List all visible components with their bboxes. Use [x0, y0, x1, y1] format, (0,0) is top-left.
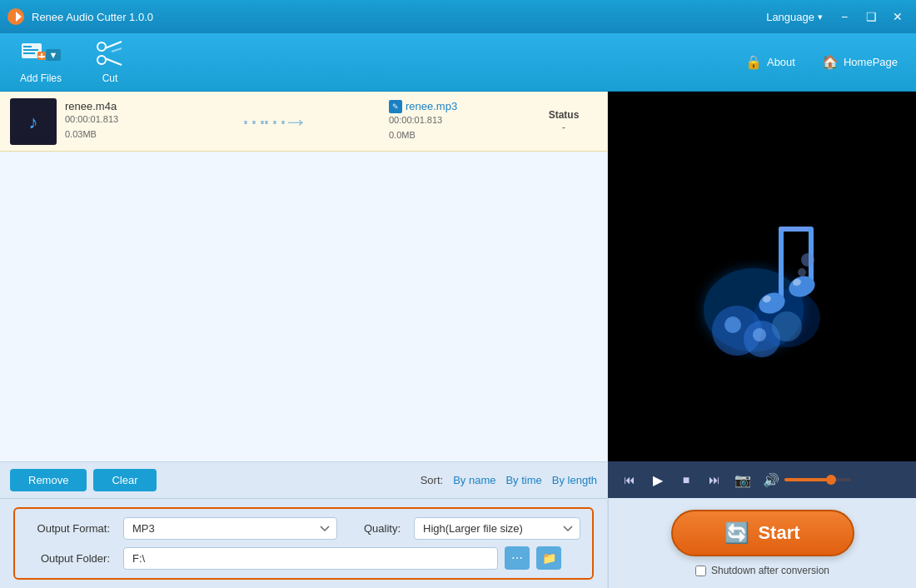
output-size: 0.0MB: [389, 128, 522, 143]
minimize-icon: −: [841, 10, 848, 23]
homepage-button[interactable]: 🏠 HomePage: [817, 51, 903, 73]
about-button[interactable]: 🔒 About: [740, 51, 800, 73]
close-button[interactable]: ✕: [886, 5, 909, 28]
svg-rect-4: [23, 49, 38, 51]
svg-rect-18: [779, 227, 784, 301]
language-button[interactable]: Language ▾: [759, 7, 829, 27]
right-bottom: 🔄 Start Shutdown after conversion: [608, 498, 916, 588]
skip-back-icon: ⏮: [624, 473, 635, 486]
svg-point-31: [798, 268, 806, 277]
output-format-select[interactable]: MP3WAVAACFLACOGG: [123, 517, 337, 540]
titlebar-left: Renee Audio Cutter 1.0.0: [7, 7, 153, 26]
source-file-info: renee.m4a 00:00:01.813 0.03MB: [65, 100, 157, 142]
svg-rect-5: [23, 52, 35, 54]
stop-icon: ■: [683, 473, 689, 486]
volume-icon: 🔊: [763, 472, 779, 488]
sort-area: Sort: By name By time By length: [421, 474, 597, 486]
sort-by-name-button[interactable]: By name: [453, 474, 495, 486]
svg-text:♪: ♪: [29, 112, 38, 132]
music-visual: [679, 193, 845, 360]
add-files-label: Add Files: [20, 72, 62, 84]
add-files-icon: [21, 40, 47, 69]
restore-icon: ❑: [866, 10, 877, 23]
homepage-label: HomePage: [844, 56, 898, 68]
settings-box: Output Format: MP3WAVAACFLACOGG Quality:…: [13, 507, 594, 580]
file-list: ♪ renee.m4a 00:00:01.813 0.03MB ⋯⋯→ ✎ re…: [0, 92, 607, 461]
shutdown-row: Shutdown after conversion: [695, 565, 829, 576]
browse-icon: ⋯: [511, 551, 523, 565]
svg-rect-8: [38, 56, 45, 57]
cut-icon: [95, 40, 125, 69]
minimize-button[interactable]: −: [833, 5, 856, 28]
browse-button[interactable]: ⋯: [505, 546, 530, 570]
camera-icon: 📷: [734, 472, 751, 488]
table-row[interactable]: ♪ renee.m4a 00:00:01.813 0.03MB ⋯⋯→ ✎ re…: [0, 92, 607, 152]
convert-arrow-icon: ⋯⋯→: [241, 107, 304, 136]
volume-area: 🔊: [763, 472, 851, 488]
format-quality-row: Output Format: MP3WAVAACFLACOGG Quality:…: [27, 517, 580, 540]
volume-thumb: [826, 475, 836, 485]
output-file-info: ✎ renee.mp3 00:00:01.813 0.0MB: [389, 100, 522, 142]
svg-point-9: [97, 42, 106, 51]
quality-select[interactable]: High(Larger file size)MediumLow: [414, 517, 580, 540]
toolbar-left: ▼ Add Files Cut: [13, 37, 132, 87]
restore-button[interactable]: ❑: [859, 5, 883, 28]
add-files-dropdown-icon[interactable]: ▼: [46, 49, 62, 61]
app-logo-icon: [7, 7, 25, 26]
svg-point-30: [801, 253, 814, 267]
language-label: Language: [766, 11, 814, 23]
svg-line-11: [105, 42, 122, 48]
svg-line-12: [105, 58, 122, 65]
right-panel: ⏮ ▶ ■ ⏭ 📷 🔊: [608, 92, 916, 588]
clear-button[interactable]: Clear: [93, 469, 156, 491]
about-icon: 🔒: [745, 54, 762, 70]
sort-by-length-button[interactable]: By length: [552, 474, 597, 486]
sort-label: Sort:: [421, 474, 443, 486]
main-content: ♪ renee.m4a 00:00:01.813 0.03MB ⋯⋯→ ✎ re…: [0, 92, 916, 588]
start-button[interactable]: 🔄 Start: [671, 510, 854, 556]
status-area: Status -: [530, 109, 597, 133]
file-panel: ♪ renee.m4a 00:00:01.813 0.03MB ⋯⋯→ ✎ re…: [0, 92, 608, 588]
source-duration: 00:00:01.813: [65, 112, 157, 127]
titlebar-right: Language ▾ − ❑ ✕: [759, 5, 909, 28]
play-button[interactable]: ▶: [646, 468, 670, 491]
output-folder-input[interactable]: [123, 547, 498, 570]
remove-button[interactable]: Remove: [10, 469, 87, 491]
skip-back-button[interactable]: ⏮: [618, 468, 641, 491]
start-icon: 🔄: [724, 521, 749, 545]
preview-area: [608, 92, 916, 461]
screenshot-button[interactable]: 📷: [731, 468, 754, 491]
quality-label: Quality:: [364, 522, 401, 535]
svg-line-13: [112, 48, 122, 52]
svg-point-28: [724, 316, 741, 333]
svg-point-27: [772, 311, 802, 341]
play-icon: ▶: [653, 472, 663, 488]
start-label: Start: [758, 522, 799, 544]
open-folder-icon: 📁: [542, 551, 556, 565]
svg-point-29: [753, 328, 766, 341]
titlebar: Renee Audio Cutter 1.0.0 Language ▾ − ❑ …: [0, 0, 916, 33]
source-size: 0.03MB: [65, 127, 157, 142]
cut-label: Cut: [102, 72, 118, 84]
volume-slider[interactable]: [784, 478, 851, 481]
toolbar: ▼ Add Files Cut 🔒 About: [0, 33, 916, 92]
add-files-button[interactable]: ▼ Add Files: [13, 37, 68, 87]
settings-panel: Output Format: MP3WAVAACFLACOGG Quality:…: [0, 498, 607, 588]
skip-forward-button[interactable]: ⏭: [703, 468, 726, 491]
open-folder-button[interactable]: 📁: [536, 546, 561, 570]
stop-button[interactable]: ■: [675, 468, 698, 491]
player-controls: ⏮ ▶ ■ ⏭ 📷 🔊: [608, 461, 916, 498]
output-format-label: Output Format:: [27, 522, 110, 535]
file-thumbnail: ♪: [10, 98, 57, 145]
homepage-icon: 🏠: [822, 54, 839, 70]
svg-rect-19: [779, 227, 812, 232]
folder-row: Output Folder: ⋯ 📁: [27, 546, 580, 570]
toolbar-right: 🔒 About 🏠 HomePage: [740, 51, 903, 73]
shutdown-checkbox[interactable]: [695, 566, 706, 576]
source-filename: renee.m4a: [65, 100, 157, 112]
status-label: Status: [530, 109, 597, 121]
volume-fill: [784, 478, 831, 481]
sort-by-time-button[interactable]: By time: [505, 474, 541, 486]
status-value: -: [530, 121, 597, 133]
cut-button[interactable]: Cut: [88, 37, 132, 87]
